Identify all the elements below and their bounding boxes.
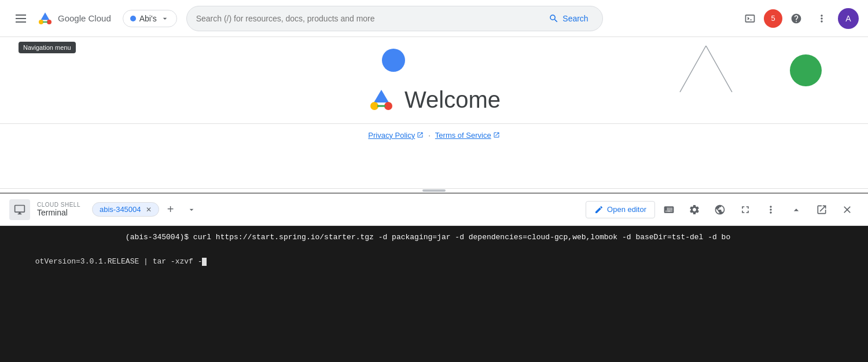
search-button[interactable]: Search: [544, 13, 593, 24]
terminal-cursor: [202, 258, 207, 266]
terminal-icon: [744, 13, 756, 24]
open-new-window-button[interactable]: [810, 198, 833, 221]
decorative-green-circle: [790, 54, 822, 86]
welcome-title: Welcome: [404, 87, 501, 113]
notification-badge[interactable]: 5: [764, 9, 782, 28]
footer-links: Privacy Policy · Terms of Service: [368, 131, 499, 140]
welcome-divider: [0, 123, 868, 124]
keyboard-icon: [663, 204, 675, 215]
more-shell-options-button[interactable]: [759, 198, 782, 221]
app-header: Google Cloud Abi's Search 5 A: [0, 0, 868, 37]
project-name: Abi's: [139, 14, 157, 23]
tooltip-text: Navigation menu: [23, 44, 71, 51]
monitor-icon: [14, 204, 25, 215]
svg-line-2: [680, 46, 706, 92]
help-icon: [790, 13, 802, 24]
svg-point-0: [47, 20, 52, 24]
cloud-shell-label-top: CLOUD SHELL: [37, 202, 80, 208]
terms-external-link-icon: [493, 131, 500, 138]
expand-button[interactable]: [734, 198, 757, 221]
cloud-shell-button[interactable]: [738, 7, 762, 30]
gc-logo-svg: [37, 10, 53, 27]
search-icon: [549, 13, 559, 24]
cloud-shell-header: CLOUD SHELL Terminal abis-345004 ✕ + Ope…: [0, 193, 868, 226]
terminal[interactable]: (abis-345004)$ curl https://start.spring…: [0, 226, 868, 362]
welcome-gc-icon: [367, 86, 395, 114]
decorative-blue-circle: [382, 49, 405, 72]
shell-tab-abis[interactable]: abis-345004 ✕: [92, 202, 159, 217]
avatar[interactable]: A: [838, 8, 859, 29]
terms-of-service-label: Terms of Service: [435, 131, 491, 140]
edit-icon: [594, 205, 604, 214]
open-editor-button[interactable]: Open editor: [586, 201, 655, 218]
google-cloud-logo[interactable]: Google Cloud: [37, 10, 111, 27]
more-options-button[interactable]: [810, 7, 833, 30]
chevron-down-tab-icon: [187, 205, 196, 214]
minimize-button[interactable]: [785, 198, 808, 221]
preview-button[interactable]: [708, 198, 731, 221]
privacy-policy-label: Privacy Policy: [368, 131, 415, 140]
close-shell-button[interactable]: [836, 198, 859, 221]
header-actions: 5 A: [738, 7, 859, 30]
fullscreen-icon: [740, 204, 751, 215]
terminal-line-1: (abis-345004)$ curl https://start.spring…: [8, 232, 860, 244]
open-editor-label: Open editor: [607, 205, 646, 214]
terminal-line-2: otVersion=3.0.1.RELEASE | tar -xzvf -: [8, 244, 860, 280]
chevron-up-icon: [790, 204, 802, 215]
add-tab-button[interactable]: +: [161, 200, 180, 219]
search-label: Search: [562, 14, 588, 23]
navigation-menu-tooltip: Navigation menu: [19, 42, 76, 53]
hamburger-icon: [16, 14, 26, 23]
shell-actions: Open editor: [586, 198, 859, 221]
settings-button[interactable]: [683, 198, 706, 221]
search-input[interactable]: [196, 14, 545, 23]
open-in-new-icon: [816, 204, 827, 215]
footer-separator: ·: [428, 131, 431, 140]
welcome-section: Welcome: [367, 86, 501, 114]
notification-count: 5: [771, 14, 775, 23]
search-bar[interactable]: Search: [186, 6, 603, 31]
keyboard-button[interactable]: [657, 198, 681, 221]
cloud-shell-panel: CLOUD SHELL Terminal abis-345004 ✕ + Ope…: [0, 193, 868, 362]
svg-point-5: [370, 102, 378, 110]
svg-point-4: [384, 102, 392, 110]
svg-line-3: [706, 46, 732, 92]
resize-handle[interactable]: [0, 188, 868, 193]
shell-tabs: abis-345004 ✕ +: [92, 200, 201, 219]
resize-dots: [422, 189, 446, 192]
svg-point-1: [39, 20, 43, 24]
project-selector[interactable]: Abi's: [123, 10, 177, 27]
terms-of-service-link[interactable]: Terms of Service: [435, 131, 500, 140]
privacy-policy-link[interactable]: Privacy Policy: [368, 131, 424, 140]
more-vert-shell-icon: [765, 204, 777, 215]
cloud-shell-label-bottom: Terminal: [37, 208, 80, 217]
main-content: Welcome Privacy Policy · Terms of Servic…: [0, 37, 868, 188]
shell-icon: [9, 199, 30, 220]
project-dot-icon: [130, 16, 136, 21]
close-icon: [841, 204, 853, 215]
google-cloud-text: Google Cloud: [58, 13, 111, 23]
tab-options-button[interactable]: [182, 200, 201, 219]
terminal-line-2-text: otVersion=3.0.1.RELEASE | tar -xzvf -: [35, 257, 203, 266]
gear-icon: [689, 204, 700, 215]
help-button[interactable]: [785, 7, 808, 30]
more-vert-icon: [816, 13, 827, 24]
shell-tab-close-icon[interactable]: ✕: [146, 206, 152, 214]
external-link-icon: [417, 131, 424, 138]
chevron-down-icon: [160, 14, 170, 23]
shell-tab-name: abis-345004: [100, 205, 141, 214]
decorative-triangle: [677, 43, 735, 97]
web-preview-icon: [714, 204, 726, 215]
avatar-initials: A: [845, 14, 851, 23]
shell-label: CLOUD SHELL Terminal: [37, 202, 80, 217]
menu-button[interactable]: [9, 7, 32, 30]
